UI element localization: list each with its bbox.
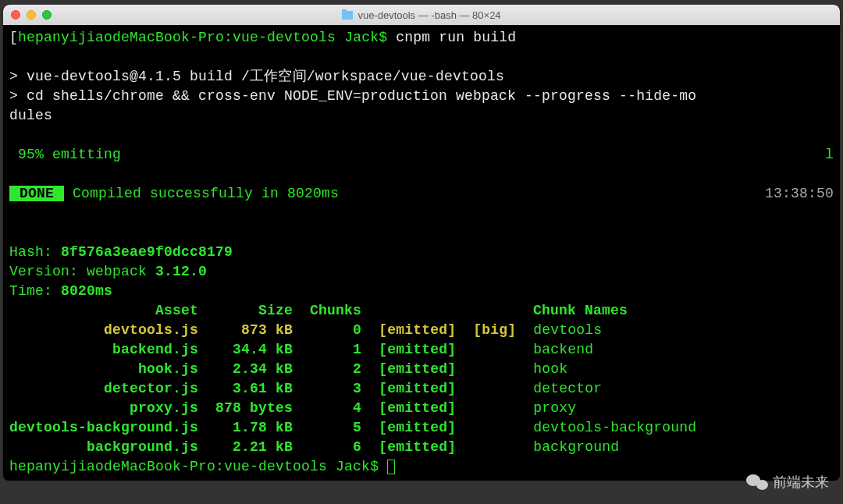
title-text: vue-devtools — -bash — 80×24 xyxy=(357,9,500,21)
watermark-text: 前端未来 xyxy=(773,473,829,492)
close-icon[interactable] xyxy=(11,10,20,20)
table-row: backend.js 34.4 kB 1 [emitted] backend xyxy=(9,342,593,357)
npm-script-line-1: > vue-devtools@4.1.5 build /工作空间/workspa… xyxy=(9,69,504,84)
prompt-host: hepanyijiaodeMacBook-Pro xyxy=(18,30,224,45)
window-controls xyxy=(11,10,52,20)
titlebar[interactable]: vue-devtools — -bash — 80×24 xyxy=(3,5,840,25)
done-badge: DONE xyxy=(9,186,64,201)
prompt-sep: $ xyxy=(379,30,387,45)
progress-text: 95% emitting xyxy=(9,145,825,165)
folder-icon xyxy=(342,11,353,20)
progress-tail: l xyxy=(825,145,834,165)
time-line: Time: 8020ms xyxy=(9,283,112,299)
progress-line: 95% emittingl xyxy=(9,145,834,165)
maximize-icon[interactable] xyxy=(42,10,52,20)
table-row: devtools.js 873 kB 0 [emitted] [big] dev… xyxy=(9,322,602,338)
table-row: devtools-background.js 1.78 kB 5 [emitte… xyxy=(9,420,696,435)
wechat-icon xyxy=(746,473,768,492)
table-row: hook.js 2.34 kB 2 [emitted] hook xyxy=(9,361,567,377)
asset-table: Asset Size Chunks Chunk Names devtools.j… xyxy=(9,301,834,457)
prompt-line: [hepanyijiaodeMacBook-Pro:vue-devtools J… xyxy=(9,30,516,45)
table-row: background.js 2.21 kB 6 [emitted] backgr… xyxy=(9,439,619,455)
hash-value: 8f576a3eae9f0dcc8179 xyxy=(61,244,233,260)
window-title: vue-devtools — -bash — 80×24 xyxy=(3,9,840,21)
command-text: cnpm run build xyxy=(396,30,516,45)
table-header: Asset Size Chunks Chunk Names xyxy=(9,303,628,318)
done-time: 13:38:50 xyxy=(765,184,834,204)
version-value: 3.12.0 xyxy=(155,264,207,279)
watermark: 前端未来 xyxy=(746,473,829,492)
prompt-user: Jack xyxy=(344,30,379,45)
done-line: DONE Compiled successfully in 8020ms13:3… xyxy=(9,184,834,204)
final-prompt: hepanyijiaodeMacBook-Pro:vue-devtools Ja… xyxy=(9,459,395,474)
npm-script-line-2b: dules xyxy=(9,108,52,123)
table-row: proxy.js 878 bytes 4 [emitted] proxy xyxy=(9,400,576,416)
hash-line: Hash: 8f576a3eae9f0dcc8179 xyxy=(9,244,233,260)
done-msg: Compiled successfully in 8020ms xyxy=(64,186,339,201)
minimize-icon[interactable] xyxy=(27,10,36,20)
npm-script-line-2a: > cd shells/chrome && cross-env NODE_ENV… xyxy=(9,88,696,104)
prompt-dir: vue-devtools xyxy=(233,30,336,45)
time-value: 8020ms xyxy=(61,283,112,299)
terminal-window: vue-devtools — -bash — 80×24 [hepanyijia… xyxy=(3,5,840,481)
version-line: Version: webpack 3.12.0 xyxy=(9,264,207,279)
terminal-body[interactable]: [hepanyijiaodeMacBook-Pro:vue-devtools J… xyxy=(3,25,840,481)
cursor-icon xyxy=(387,460,395,474)
table-row: detector.js 3.61 kB 3 [emitted] detector xyxy=(9,381,602,396)
